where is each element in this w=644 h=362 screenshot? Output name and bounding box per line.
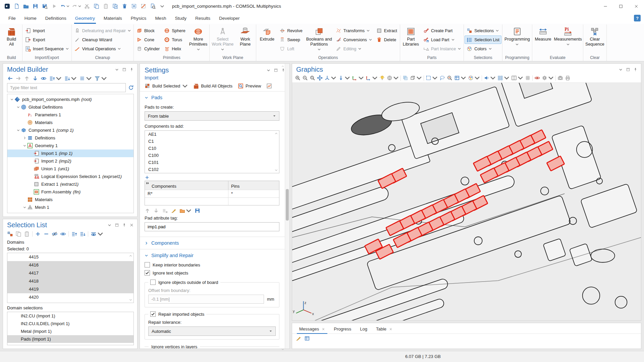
show-button[interactable] xyxy=(60,231,66,237)
tree-filter-input[interactable] xyxy=(7,83,126,92)
scroll-up-icon[interactable] xyxy=(129,254,132,258)
save-button[interactable] xyxy=(31,2,40,11)
show-button[interactable] xyxy=(41,75,47,81)
collapse-all-button[interactable] xyxy=(64,75,77,81)
clear-sequence-button[interactable]: Clear Sequence xyxy=(584,25,606,48)
domains-listbox[interactable]: 441544164417441844194420 xyxy=(7,253,134,303)
hide-button[interactable] xyxy=(52,231,58,237)
select-lasso-button[interactable] xyxy=(439,75,445,81)
selection-colors-button[interactable] xyxy=(468,75,480,81)
snapshot-button[interactable] xyxy=(557,75,563,81)
close-tab-icon[interactable] xyxy=(322,327,325,331)
select-box-button[interactable] xyxy=(426,75,438,81)
go-to-default-3d-view-button[interactable] xyxy=(324,75,336,81)
zoom-to-selection-button[interactable] xyxy=(317,75,323,81)
clear-messages-button[interactable] xyxy=(296,336,301,341)
settings-scrollbar[interactable] xyxy=(285,64,289,349)
tab-progress[interactable]: Progress xyxy=(330,325,355,334)
tree-item-geometry-1[interactable]: Geometry 1 xyxy=(7,142,133,149)
tree-item-form-assembly[interactable]: Form Assembly(fin) xyxy=(7,188,133,196)
tree-item-materials[interactable]: Materials xyxy=(7,196,133,203)
menu-developer[interactable]: Developer xyxy=(215,12,244,24)
domain-selection-pads-import-1[interactable]: Pads (Import 1) xyxy=(7,335,133,343)
part-libraries-button[interactable]: Part Libraries xyxy=(401,25,421,48)
delete-button[interactable] xyxy=(120,2,129,11)
select-box-button[interactable] xyxy=(129,2,139,11)
close-tab-icon[interactable] xyxy=(389,327,392,331)
domain-row[interactable]: 4420 xyxy=(7,293,133,301)
ignore-text-objects-checkbox[interactable]: Ignore text objects xyxy=(145,270,279,276)
components-listbox[interactable]: AE1C1C10C100C101C102 xyxy=(145,130,279,173)
measure-button[interactable]: Measure xyxy=(533,25,553,43)
help-icon[interactable]: ? xyxy=(634,15,641,21)
filter-button[interactable] xyxy=(94,75,107,81)
tree-item-union-1[interactable]: Union 1(uni1) xyxy=(7,165,133,173)
maximize-button[interactable] xyxy=(613,0,629,12)
block-button[interactable]: Block xyxy=(135,26,162,35)
add-component-button[interactable] xyxy=(145,175,152,180)
print-button[interactable] xyxy=(565,75,571,81)
tree-item-import-2[interactable]: Import 2(imp2) xyxy=(7,157,133,165)
tree-item-logical-expression-selection-1[interactable]: &&Logical Expression Selection 1(exprsel… xyxy=(7,173,133,180)
export-button[interactable]: Export xyxy=(23,36,71,44)
build-selected-button[interactable]: Build Selected xyxy=(145,83,188,89)
redo-button[interactable] xyxy=(71,2,82,11)
settings-node-link[interactable]: Import xyxy=(145,75,266,80)
tree-item-global-definitions[interactable]: Global Definitions xyxy=(7,103,133,111)
conversions-button[interactable]: Conversions xyxy=(334,36,374,44)
visibility-button[interactable] xyxy=(91,231,103,237)
reset-hiding-button[interactable] xyxy=(534,75,540,81)
run-button[interactable] xyxy=(50,2,59,11)
colors-button[interactable]: Colors xyxy=(465,45,501,53)
add-button[interactable] xyxy=(35,231,41,237)
scroll-up-icon[interactable] xyxy=(274,132,278,135)
zoom-out-button[interactable] xyxy=(302,75,308,81)
show-grid-button[interactable] xyxy=(525,75,531,81)
tab-log[interactable]: Log xyxy=(356,325,371,334)
domain-row[interactable]: 4416 xyxy=(7,261,133,269)
domain-row[interactable]: 4418 xyxy=(7,277,133,285)
menu-results[interactable]: Results xyxy=(191,12,215,24)
expand-all-button[interactable] xyxy=(49,75,62,81)
menu-physics[interactable]: Physics xyxy=(126,12,151,24)
tab-table[interactable]: Table xyxy=(372,325,396,334)
preview-plot-button[interactable] xyxy=(266,83,272,89)
back-button[interactable] xyxy=(7,75,13,81)
panel-menu-icon[interactable] xyxy=(619,67,623,72)
sphere-button[interactable]: Sphere xyxy=(162,26,187,35)
go-to-xy-view-button[interactable] xyxy=(338,75,350,81)
transforms-button[interactable]: Transforms xyxy=(334,26,374,35)
go-to-yz-view-button[interactable] xyxy=(352,75,364,81)
float-panel-icon[interactable] xyxy=(122,67,126,72)
zoom-extents-button[interactable] xyxy=(310,75,315,81)
tree-item-materials[interactable]: Materials xyxy=(7,119,133,126)
save-table-button[interactable] xyxy=(195,208,200,214)
domain-selection-in2-cu-import-1[interactable]: IN2.CU (Import 1) xyxy=(7,312,133,320)
transparency-button[interactable] xyxy=(402,75,408,81)
tree-item-component-1[interactable]: Component 1(comp 1) xyxy=(7,126,133,134)
scene-light-button[interactable] xyxy=(379,75,385,81)
float-panel-icon[interactable] xyxy=(626,67,630,72)
pads-section-header[interactable]: Pads xyxy=(145,92,279,102)
float-panel-icon[interactable] xyxy=(274,68,278,72)
extract-button[interactable]: Extract xyxy=(374,26,399,35)
domain-row[interactable]: 4419 xyxy=(7,285,133,293)
pin-panel-icon[interactable] xyxy=(122,223,126,227)
insert-sequence-button[interactable]: Insert Sequence xyxy=(23,45,71,53)
selection-table-button[interactable] xyxy=(454,75,466,81)
open-button[interactable] xyxy=(21,2,31,11)
zoom-to-selected-button[interactable] xyxy=(447,75,452,81)
domain-row[interactable]: 4415 xyxy=(7,253,133,261)
component-row[interactable]: C100 xyxy=(145,152,279,159)
pads-to-create-select[interactable]: From table xyxy=(145,111,279,121)
move-down-list-button[interactable] xyxy=(79,231,86,237)
zoom-in-button[interactable] xyxy=(295,75,301,81)
delete-button[interactable]: Delete xyxy=(374,36,399,44)
environment-reflections-button[interactable] xyxy=(387,75,399,81)
scroll-down-icon[interactable] xyxy=(129,298,132,302)
virtual-operations-button[interactable]: Virtual Operations xyxy=(72,45,133,53)
tab-messages[interactable]: Messages xyxy=(296,325,329,334)
more-primitives-button[interactable]: More Primitives xyxy=(188,25,209,52)
close-panel-icon[interactable] xyxy=(129,223,134,227)
table-row[interactable]: R** xyxy=(145,190,279,197)
